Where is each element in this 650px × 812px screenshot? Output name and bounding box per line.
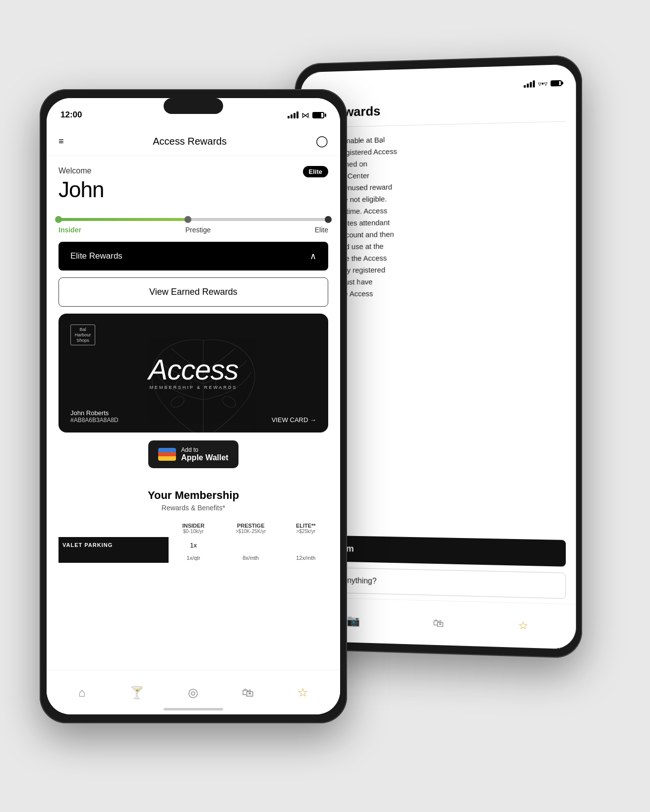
scene: ▿•▿ ss Rewards te is redeemable at Bal o… xyxy=(0,0,650,812)
valet-elite-value xyxy=(284,537,328,553)
progress-labels: Insider Prestige Elite xyxy=(59,226,328,234)
elite-header: ELITE** >$25k/yr xyxy=(284,520,328,537)
nav-camera-icon[interactable]: ◎ xyxy=(188,686,198,700)
menu-icon[interactable]: ≡ xyxy=(59,136,64,147)
back-title: ss Rewards xyxy=(310,99,566,120)
valet-label: VALET PARKING xyxy=(59,537,169,553)
welcome-row: Welcome Elite xyxy=(59,166,328,177)
valet-elite-freq: 12x/mth xyxy=(284,553,328,563)
back-nav-store-icon[interactable]: 🛍 xyxy=(433,616,444,630)
user-name: John xyxy=(59,177,328,202)
wallet-icon xyxy=(158,448,176,461)
nav-cocktail-icon[interactable]: 🍸 xyxy=(129,686,144,700)
membership-title: Your Membership xyxy=(59,489,328,502)
valet-insider-freq: 1x/qtr xyxy=(169,553,218,563)
membership-section: Your Membership Rewards & Benefits* INSI… xyxy=(47,484,340,571)
valet-prestige-freq: 8x/mth xyxy=(218,553,284,563)
view-card-link[interactable]: VIEW CARD → xyxy=(272,416,316,424)
signal-icon xyxy=(524,80,534,88)
elite-badge: Elite xyxy=(303,166,328,177)
phone-front: 12:00 ⋈ xyxy=(40,89,347,723)
wallet-text: Add to Apple Wallet xyxy=(181,446,228,462)
back-status-icons: ▿•▿ xyxy=(524,79,561,88)
prestige-dot xyxy=(184,216,191,223)
nav-star-icon[interactable]: ☆ xyxy=(297,686,308,700)
nav-store-icon[interactable]: 🛍 xyxy=(242,686,254,700)
prestige-label: Prestige xyxy=(185,226,211,234)
view-earned-rewards-button[interactable]: View Earned Rewards xyxy=(59,277,328,307)
app-title: Access Rewards xyxy=(153,136,227,147)
elite-rewards-label: Elite Rewards xyxy=(70,251,122,261)
welcome-label: Welcome xyxy=(59,166,91,175)
insider-dot xyxy=(55,216,62,223)
back-body-text: te is redeemable at Bal one fully regist… xyxy=(310,130,566,300)
progress-section: Insider Prestige Elite xyxy=(47,210,340,242)
card-holder-name: John Roberts xyxy=(70,409,118,417)
front-screen-content[interactable]: ≡ Access Rewards ◯ Welcome Elite John xyxy=(47,127,340,670)
membership-subtitle: Rewards & Benefits* xyxy=(59,504,328,512)
card-subtitle: MEMBERSHIP & REWARDS xyxy=(70,385,316,390)
progress-fill xyxy=(59,218,188,221)
front-signal-icon xyxy=(288,111,298,118)
wifi-icon: ▿•▿ xyxy=(538,79,547,88)
help-button[interactable]: p with anything? xyxy=(310,567,566,598)
front-wifi-icon: ⋈ xyxy=(301,110,309,120)
valet-insider-value: 1x xyxy=(169,537,218,553)
profile-icon[interactable]: ◯ xyxy=(316,135,328,148)
battery-icon xyxy=(550,80,562,87)
membership-table: INSIDER $0-10k/yr PRESTIGE >$10K-25K/yr … xyxy=(59,520,328,563)
app-header: ≡ Access Rewards ◯ xyxy=(47,127,340,156)
valet-prestige-value xyxy=(218,537,284,553)
chevron-up-icon: ∧ xyxy=(310,251,316,262)
insider-header: INSIDER $0-10k/yr xyxy=(169,520,218,537)
elite-dot xyxy=(325,216,332,223)
card-logo: Bal Harbour Shops xyxy=(70,325,95,345)
progress-track xyxy=(59,218,328,221)
welcome-section: Welcome Elite John xyxy=(47,156,340,210)
back-nav-camera-icon[interactable]: 📷 xyxy=(346,614,359,628)
card-number: #AB8A6B3A8A8D xyxy=(70,417,118,424)
insider-label: Insider xyxy=(59,226,81,234)
dynamic-island xyxy=(164,98,223,114)
empty-cell xyxy=(59,553,169,563)
elite-rewards-bar[interactable]: Elite Rewards ∧ xyxy=(59,242,328,271)
valet-parking-row: VALET PARKING 1x xyxy=(59,537,328,553)
empty-header xyxy=(59,520,169,537)
card-access-title: Access xyxy=(70,355,316,384)
front-phone-screen: 12:00 ⋈ xyxy=(47,98,340,714)
nav-home-icon[interactable]: ⌂ xyxy=(78,686,86,700)
view-rewards-label: View Earned Rewards xyxy=(149,287,237,297)
redeem-button[interactable]: Redeem xyxy=(310,535,566,567)
membership-card: Bal Harbour Shops Access MEMBERSHIP & RE… xyxy=(59,314,328,433)
elite-label: Elite xyxy=(315,226,328,234)
time-display: 12:00 xyxy=(60,110,82,120)
card-footer: John Roberts #AB8A6B3A8A8D VIEW CARD → xyxy=(70,409,316,424)
front-battery-icon xyxy=(312,112,326,118)
add-to-wallet-button[interactable]: Add to Apple Wallet xyxy=(148,440,238,468)
home-indicator xyxy=(164,708,223,710)
card-content: Bal Harbour Shops Access MEMBERSHIP & RE… xyxy=(59,314,328,433)
back-nav-star-icon[interactable]: ☆ xyxy=(518,619,528,632)
back-divider xyxy=(310,121,566,128)
valet-frequency-row: 1x/qtr 8x/mth 12x/mth xyxy=(59,553,328,563)
front-status-icons: ⋈ xyxy=(288,110,326,120)
prestige-header: PRESTIGE >$10K-25K/yr xyxy=(218,520,284,537)
